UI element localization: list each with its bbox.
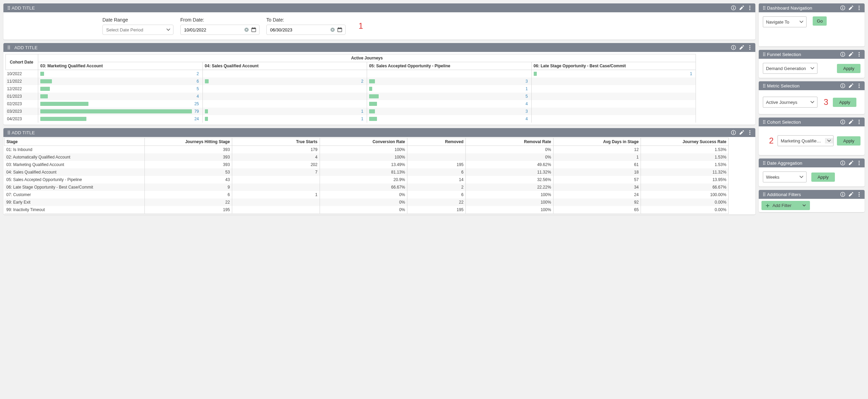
info-icon[interactable] xyxy=(840,160,845,166)
bar-value[interactable]: 4 xyxy=(526,101,528,107)
table-header[interactable]: Journey Success Rate xyxy=(641,138,729,146)
value-cell: 6 xyxy=(407,191,466,198)
bar-value[interactable]: 2 xyxy=(197,71,199,77)
table-row: 04: Sales Qualified Account53781.13%611.… xyxy=(4,168,729,176)
date-aggregation-panel: Date Aggregation Weeks Apply xyxy=(759,159,865,187)
value-cell: 65 xyxy=(553,206,641,214)
svg-point-5 xyxy=(9,9,10,10)
drag-icon[interactable] xyxy=(6,130,12,135)
drag-icon[interactable] xyxy=(6,5,12,11)
bar-value[interactable]: 79 xyxy=(194,108,199,114)
panel-title[interactable]: ADD TITLE xyxy=(12,45,731,50)
bar-value[interactable]: 24 xyxy=(194,116,199,122)
kebab-icon[interactable] xyxy=(856,160,862,166)
apply-button[interactable]: Apply xyxy=(811,173,835,182)
kebab-icon[interactable] xyxy=(747,5,753,11)
drag-icon[interactable] xyxy=(761,119,767,125)
from-date-field[interactable] xyxy=(180,25,260,35)
pencil-icon[interactable] xyxy=(848,119,854,125)
bar-value[interactable]: 5 xyxy=(526,93,528,99)
navigate-to-select[interactable]: Navigate To xyxy=(763,16,807,27)
bar-value[interactable]: 1 xyxy=(690,71,692,77)
bar-value[interactable]: 4 xyxy=(197,93,199,99)
bar-value[interactable]: 1 xyxy=(526,86,528,92)
drag-icon[interactable] xyxy=(761,5,767,11)
clear-icon[interactable] xyxy=(330,27,335,32)
apply-button[interactable]: Apply xyxy=(833,98,856,107)
kebab-icon[interactable] xyxy=(856,119,862,125)
table-header[interactable]: Removal Rate xyxy=(466,138,554,146)
value-cell: 4 xyxy=(232,153,320,161)
funnel-select[interactable]: Demand Generation xyxy=(763,63,817,74)
bar-value[interactable]: 3 xyxy=(526,78,528,84)
pencil-icon[interactable] xyxy=(848,83,854,88)
drag-icon[interactable] xyxy=(761,83,767,88)
bar xyxy=(205,117,208,121)
bar-value[interactable]: 1 xyxy=(361,108,363,114)
table-header[interactable]: Journeys Hitting Stage xyxy=(144,138,232,146)
bar-value[interactable]: 1 xyxy=(361,116,363,122)
kebab-icon[interactable] xyxy=(856,5,862,11)
panel-title[interactable]: ADD TITLE xyxy=(12,5,731,11)
table-header[interactable]: Conversion Rate xyxy=(320,138,407,146)
info-icon[interactable] xyxy=(840,52,845,57)
apply-button[interactable]: Apply xyxy=(837,136,860,146)
cohort-select[interactable]: Marketing Qualified Ac... xyxy=(778,135,834,146)
panel-header: Dashboard Navigation xyxy=(759,3,865,12)
bar-value[interactable]: 3 xyxy=(526,108,528,114)
bar-value[interactable]: 2 xyxy=(361,78,363,84)
info-icon[interactable] xyxy=(840,83,845,88)
table-header[interactable]: Removed xyxy=(407,138,466,146)
info-icon[interactable] xyxy=(840,5,845,11)
stage-table-panel: ADD TITLE StageJourneys Hitting StageTru… xyxy=(3,128,755,215)
bar-value[interactable]: 25 xyxy=(194,101,199,107)
bar-value[interactable]: 5 xyxy=(197,86,199,92)
pencil-icon[interactable] xyxy=(848,5,854,11)
pencil-icon[interactable] xyxy=(848,192,854,197)
bar xyxy=(40,117,86,121)
drag-icon[interactable] xyxy=(761,160,767,166)
kebab-icon[interactable] xyxy=(856,52,862,57)
table-header[interactable]: Avg Days in Stage xyxy=(553,138,641,146)
panel-title[interactable]: ADD TITLE xyxy=(12,130,731,135)
svg-rect-30 xyxy=(733,47,734,49)
clear-icon[interactable] xyxy=(244,27,249,32)
drag-icon[interactable] xyxy=(761,192,767,197)
kebab-icon[interactable] xyxy=(856,192,862,197)
info-icon[interactable] xyxy=(840,119,845,125)
value-cell: 179 xyxy=(232,146,320,154)
info-icon[interactable] xyxy=(840,192,845,197)
table-header[interactable]: Stage xyxy=(4,138,145,146)
metric-select[interactable]: Active Journeys xyxy=(763,97,817,108)
pencil-icon[interactable] xyxy=(739,5,744,11)
pencil-icon[interactable] xyxy=(739,130,744,135)
kebab-icon[interactable] xyxy=(747,130,753,135)
pencil-icon[interactable] xyxy=(848,160,854,166)
go-button[interactable]: Go xyxy=(813,16,827,26)
kebab-icon[interactable] xyxy=(747,45,753,50)
aggregation-select[interactable]: Weeks xyxy=(763,171,807,182)
table-header[interactable]: True Starts xyxy=(232,138,320,146)
from-date-input[interactable] xyxy=(183,27,242,33)
bar xyxy=(369,87,372,91)
calendar-icon[interactable] xyxy=(251,27,256,32)
kebab-icon[interactable] xyxy=(856,83,862,88)
to-date-input[interactable] xyxy=(269,27,328,33)
bar-value[interactable]: 6 xyxy=(197,78,199,84)
panel-title: Date Aggregation xyxy=(767,161,840,166)
drag-icon[interactable] xyxy=(6,45,12,50)
drag-icon[interactable] xyxy=(761,52,767,57)
info-icon[interactable] xyxy=(731,45,736,50)
bar-value[interactable]: 4 xyxy=(526,116,528,122)
pencil-icon[interactable] xyxy=(739,45,744,50)
info-icon[interactable] xyxy=(731,130,736,135)
add-filter-button[interactable]: Add Filter xyxy=(761,201,810,210)
pencil-icon[interactable] xyxy=(848,52,854,57)
info-icon[interactable] xyxy=(731,5,736,11)
apply-button[interactable]: Apply xyxy=(837,64,860,73)
calendar-icon[interactable] xyxy=(337,27,342,32)
cohort-date-cell: 01/2023 xyxy=(6,93,38,100)
to-date-field[interactable] xyxy=(266,25,346,35)
date-range-input[interactable] xyxy=(106,27,164,33)
date-range-select[interactable] xyxy=(102,25,173,35)
